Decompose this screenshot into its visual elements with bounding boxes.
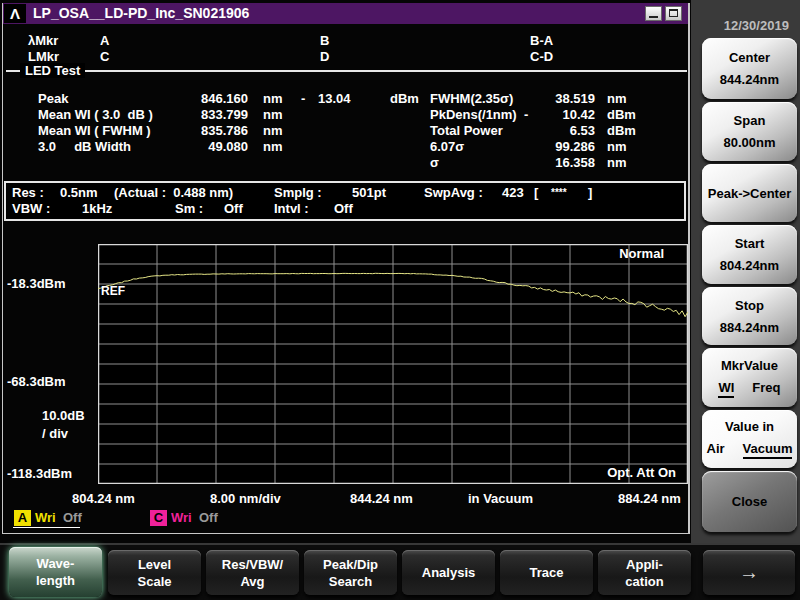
marker-b-label: B [320, 33, 329, 48]
res-actual-value: (Actual : 0.488 nm) [114, 185, 233, 200]
tab-peak-dip-search-label-line1: Peak/Dip [323, 556, 378, 573]
start-button-value: 804.24nm [702, 258, 797, 273]
marker-value-option-frequency[interactable]: Freq [752, 380, 780, 398]
peak-to-center-button[interactable]: Peak->Center [702, 164, 797, 222]
tab-wavelength-label-line2: length [36, 572, 75, 589]
sigma-value: 16.358 [530, 155, 595, 170]
tab-peak-dip-search[interactable]: Peak/Dip Search [304, 550, 397, 595]
value-in-toggle-button[interactable]: Value in Air Vacuum [702, 410, 797, 468]
pkdens-unit: dBm [607, 107, 636, 122]
tab-res-vbw-avg-label-line1: Res/VBW/ [222, 556, 283, 573]
y-axis-bottom-level-label: -118.3dBm [7, 466, 72, 481]
x-axis-start-label: 804.24 nm [72, 491, 135, 506]
peak-wavelength-value: 846.160 [180, 91, 248, 106]
level-marker-label: LMkr [28, 49, 59, 64]
y-axis-scale-label: 10.0dB [42, 408, 85, 423]
tab-wavelength[interactable]: Wave- length [9, 547, 102, 597]
six-sigma-unit: nm [607, 139, 627, 154]
tab-trace[interactable]: Trace [500, 550, 593, 595]
value-in-option-air[interactable]: Air [707, 441, 725, 459]
interval-label: Intvl : [274, 201, 309, 216]
window-titlebar: Λ LP_OSA__LD-PD_Inc_SN021906 [3, 3, 688, 24]
window-title: LP_OSA__LD-PD_Inc_SN021906 [33, 5, 249, 21]
smoothing-label: Sm : [175, 201, 203, 216]
mean-wl-fwhm-value: 835.786 [180, 123, 248, 138]
sweep-average-value: 423 [502, 185, 524, 200]
x-axis-stop-label: 884.24 nm [618, 491, 681, 506]
peak-level-value: 13.04 [318, 91, 351, 106]
screen-border-left [2, 3, 3, 534]
peak-level-sign: - [301, 91, 305, 106]
screen-border-right [688, 3, 690, 534]
fwhm-label: FWHM(2.35σ) [430, 91, 513, 106]
interval-value: Off [334, 201, 353, 216]
start-wavelength-button[interactable]: Start 804.24nm [702, 225, 797, 284]
db-width-value: 49.080 [180, 139, 248, 154]
mean-wl-fwhm-unit: nm [263, 123, 283, 138]
tab-level-scale-label-line1: Level [138, 556, 171, 573]
tab-level-scale[interactable]: Level Scale [108, 550, 201, 595]
span-button[interactable]: Span 80.00nm [702, 102, 797, 161]
sampling-value: 501pt [352, 185, 386, 200]
anritsu-logo-icon: Λ [4, 4, 26, 23]
tab-analysis[interactable]: Analysis [402, 550, 495, 595]
tab-application[interactable]: Appli- cation [598, 550, 691, 595]
tab-trace-label: Trace [530, 564, 564, 581]
function-menu-bar: Wave- length Level Scale Res/VBW/ Avg Pe… [0, 543, 800, 600]
softkey-panel: 12/30/2019 11:51:36 Center 844.24nm Span… [691, 0, 800, 543]
center-wavelength-button[interactable]: Center 844.24nm [702, 38, 797, 99]
value-in-option-vacuum[interactable]: Vacuum [743, 441, 793, 459]
maximize-button[interactable] [665, 6, 682, 21]
pkdens-value: 10.42 [530, 107, 595, 122]
sweep-average-bracket-close: ] [588, 185, 592, 200]
res-value: 0.5nm [60, 185, 98, 200]
db-width-unit: nm [263, 139, 283, 154]
center-button-label: Center [702, 50, 797, 65]
mean-wl-3db-unit: nm [263, 107, 283, 122]
pkdens-label: PkDens(/1nm) [430, 107, 517, 122]
tab-application-label-line2: cation [625, 573, 663, 590]
marker-value-option-wavelength[interactable]: WI [718, 380, 734, 398]
right-arrow-icon: → [739, 564, 759, 581]
total-power-label: Total Power [430, 123, 503, 138]
marker-value-button-label: MkrValue [702, 358, 797, 373]
close-button[interactable]: Close [702, 471, 797, 532]
smoothing-value: Off [224, 201, 243, 216]
sweep-average-stars: **** [551, 185, 567, 200]
lambda-marker-label: λMkr [28, 33, 58, 48]
db-width-label: 3.0 dB Width [38, 139, 131, 154]
mean-wl-3db-label: Mean WI ( 3.0 dB ) [38, 107, 153, 122]
tab-application-label-line1: Appli- [626, 556, 663, 573]
fwhm-unit: nm [607, 91, 627, 106]
stop-wavelength-button[interactable]: Stop 884.24nm [702, 287, 797, 345]
trace-c-state: Off [199, 510, 218, 525]
optical-attenuator-status: Opt. Att On [607, 465, 676, 480]
tab-res-vbw-avg-label-line2: Avg [240, 573, 264, 590]
trace-a-state: Off [63, 510, 82, 525]
stop-button-label: Stop [702, 298, 797, 313]
six-sigma-label: 6.07σ [430, 139, 464, 154]
tab-more-menus[interactable]: → [703, 550, 795, 595]
mean-wl-3db-value: 833.799 [180, 107, 248, 122]
x-axis-center-label: 844.24 nm [350, 491, 413, 506]
trace-a-mode: Wri [35, 510, 56, 525]
spectrum-plot-canvas [98, 244, 688, 484]
tab-peak-dip-search-label-line2: Search [329, 573, 372, 590]
total-power-value: 6.53 [530, 123, 595, 138]
res-label: Res : [12, 185, 44, 200]
stop-button-value: 884.24nm [702, 320, 797, 335]
system-date: 12/30/2019 [724, 18, 789, 33]
tab-res-vbw-avg[interactable]: Res/VBW/ Avg [206, 550, 299, 595]
center-button-value: 844.24nm [702, 72, 797, 87]
marker-value-toggle-button[interactable]: MkrValue WI Freq [702, 348, 797, 407]
tab-wavelength-label-line1: Wave- [37, 555, 75, 572]
vbw-label: VBW : [12, 201, 50, 216]
minimize-button[interactable] [645, 6, 662, 21]
pkdens-sign: - [524, 107, 528, 122]
span-button-value: 80.00nm [702, 135, 797, 150]
peak-wavelength-unit: nm [263, 91, 283, 106]
sampling-label: Smplg : [274, 185, 322, 200]
led-test-section-title: LED Test [20, 63, 85, 78]
peak-label: Peak [38, 91, 68, 106]
ref-line-label: REF [101, 284, 125, 298]
